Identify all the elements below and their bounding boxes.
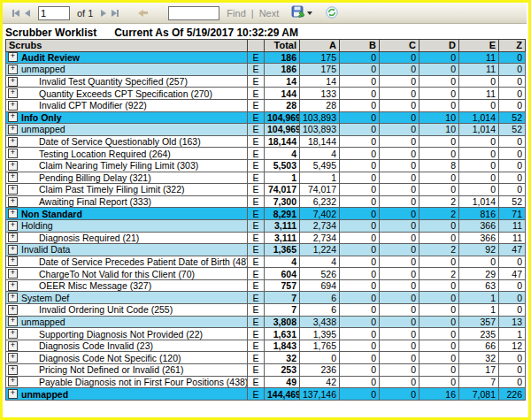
total-value: 14 [265, 75, 300, 88]
column-value: 2 [419, 244, 459, 256]
expand-toggle-icon[interactable]: + [8, 341, 18, 351]
column-value: 0 [340, 328, 380, 340]
expand-toggle-icon[interactable]: + [8, 233, 18, 242]
column-value: 1,765 [300, 340, 340, 352]
expand-toggle-icon[interactable]: + [8, 137, 18, 147]
row-label: Claim Past Timely Filing Limit (322) [39, 184, 185, 195]
row-label-cell: +unmapped [6, 388, 248, 401]
row-flag: E [248, 364, 265, 377]
row-label: Date of Service Precedes Patient Date of… [39, 256, 248, 267]
row-label-cell: +Invalid CPT Modifier (922) [6, 99, 248, 111]
column-value: 0 [340, 376, 380, 388]
column-value: 0 [340, 388, 380, 401]
column-value: 63 [459, 279, 499, 292]
table-row-section: +Non StandardE8,2917,40200281671 [6, 208, 526, 220]
row-label-cell: +Info Only [6, 111, 248, 124]
expand-toggle-icon[interactable]: + [8, 305, 18, 315]
prev-page-button[interactable] [22, 8, 33, 19]
column-value: 7,081 [459, 388, 499, 401]
total-value: 7 [265, 304, 300, 317]
expand-toggle-icon[interactable]: + [8, 52, 18, 62]
expand-toggle-icon[interactable]: + [8, 88, 18, 98]
expand-toggle-icon[interactable]: + [8, 112, 18, 122]
expand-toggle-icon[interactable]: + [8, 161, 18, 171]
expand-toggle-icon[interactable]: + [8, 256, 18, 266]
next-page-button[interactable] [98, 8, 109, 19]
table-row-detail: +Supporting Diagnosis Not Provided (22)E… [6, 328, 526, 340]
row-label: Diagnosis Code Not Specific (120) [39, 353, 181, 363]
expand-toggle-icon[interactable]: + [8, 209, 18, 218]
total-value: 1,631 [265, 328, 300, 340]
column-value: 0 [459, 75, 499, 88]
total-value: 3,111 [265, 219, 300, 232]
row-flag: E [248, 195, 265, 208]
expand-toggle-icon[interactable]: + [8, 172, 18, 182]
find-next-link[interactable]: Next [259, 8, 280, 19]
last-page-button[interactable] [109, 8, 121, 19]
row-flag: E [248, 376, 265, 388]
column-value: 0 [419, 88, 459, 100]
row-label: unmapped [21, 389, 68, 400]
column-value: 0 [419, 340, 459, 352]
column-value: 17 [459, 364, 499, 377]
table-row-detail: +OEER Misc Message (327)E757694000630 [6, 279, 526, 292]
expand-toggle-icon[interactable]: + [8, 65, 18, 74]
column-value: 0 [419, 316, 459, 328]
column-header-A: A [300, 40, 340, 52]
expand-toggle-icon[interactable]: + [8, 281, 18, 291]
find-text-input[interactable] [168, 6, 219, 20]
refresh-button[interactable] [323, 4, 341, 22]
expand-toggle-icon[interactable]: + [8, 77, 18, 87]
total-value: 104,969 [265, 111, 300, 124]
column-value: 137,146 [300, 388, 340, 401]
column-value: 0 [499, 75, 526, 88]
column-value: 1 [499, 328, 526, 340]
expand-toggle-icon[interactable]: + [8, 221, 18, 231]
expand-toggle-icon[interactable]: + [8, 389, 18, 399]
column-value: 526 [300, 268, 340, 280]
total-value: 32 [265, 352, 300, 364]
column-header-E: E [459, 40, 499, 52]
column-value: 0 [499, 88, 526, 100]
expand-toggle-icon[interactable]: + [8, 317, 18, 326]
expand-toggle-icon[interactable]: + [8, 269, 18, 279]
column-value: 5,495 [300, 159, 340, 172]
first-page-button[interactable] [10, 8, 22, 19]
table-row-detail: +Invalid CPT Modifier (922)E282800000 [6, 99, 526, 111]
expand-toggle-icon[interactable]: + [8, 101, 18, 111]
row-label-cell: +Diagnosis Code Invalid (23) [6, 340, 248, 352]
column-value: 0 [419, 304, 459, 317]
expand-toggle-icon[interactable]: + [8, 125, 18, 134]
column-value: 0 [459, 184, 499, 196]
expand-toggle-icon[interactable]: + [8, 329, 18, 339]
row-label-cell: +Diagnosis Required (21) [6, 232, 248, 244]
expand-toggle-icon[interactable]: + [8, 149, 18, 158]
export-save-button[interactable] [291, 5, 312, 20]
row-label: Invalid Data [21, 244, 70, 255]
row-label: Audit Review [21, 52, 80, 63]
page-number-input[interactable] [38, 6, 70, 20]
row-label: System Def [21, 293, 69, 303]
column-value: 0 [459, 135, 499, 148]
back-to-parent-report-icon[interactable] [135, 8, 150, 19]
expand-toggle-icon[interactable]: + [8, 185, 18, 195]
column-value: 11 [499, 232, 526, 244]
table-row-detail: +Invalid Test Quantity Specified (257)E1… [6, 75, 526, 88]
find-link[interactable]: Find [227, 8, 245, 19]
expand-toggle-icon[interactable]: + [8, 353, 18, 363]
column-value: 0 [499, 159, 526, 172]
column-value: 28 [300, 99, 340, 111]
expand-toggle-icon[interactable]: + [8, 377, 18, 386]
expand-toggle-icon[interactable]: + [8, 293, 18, 302]
expand-toggle-icon[interactable]: + [8, 197, 18, 207]
column-value: 0 [499, 51, 526, 64]
total-value: 49 [265, 376, 300, 388]
column-value: 0 [340, 256, 380, 268]
row-label-cell: +Date of Service Questionably Old (163) [6, 135, 248, 148]
column-value: 52 [499, 111, 526, 124]
expand-toggle-icon[interactable]: + [8, 245, 18, 255]
table-row-detail: +ChargeTo Not Valid for this Client (70)… [6, 268, 526, 280]
row-label: unmapped [21, 317, 65, 327]
expand-toggle-icon[interactable]: + [8, 365, 18, 375]
column-value: 0 [340, 172, 380, 184]
